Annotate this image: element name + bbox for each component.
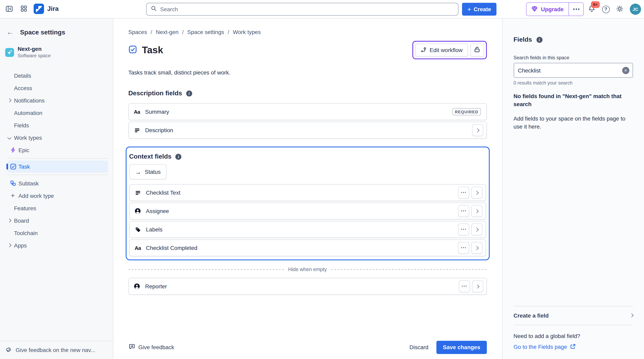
sidebar-item-label: Access [14, 85, 32, 91]
info-icon[interactable]: i [186, 90, 192, 96]
help-button[interactable]: ? [599, 3, 612, 16]
sidebar-item-board[interactable]: Board [0, 214, 113, 227]
give-feedback-button[interactable]: Give feedback [128, 343, 174, 351]
divider [514, 324, 633, 325]
plus-icon: + [467, 6, 471, 12]
back-button[interactable]: ← [5, 28, 15, 37]
chevron-right-icon [475, 246, 479, 250]
settings-button[interactable] [613, 3, 626, 16]
fields-panel-title: Fields [514, 36, 532, 43]
sidebar-item-automation[interactable]: Automation [0, 106, 113, 119]
go-to-fields-page-link[interactable]: Go to the Fields page [514, 344, 633, 350]
breadcrumb-spaces[interactable]: Spaces [128, 29, 147, 35]
fields-search-input[interactable] [518, 67, 619, 74]
field-row-assignee[interactable]: Assignee [129, 203, 486, 220]
sidebar-item-epic[interactable]: Epic [0, 144, 113, 156]
fields-search-box[interactable]: × [514, 63, 633, 78]
breadcrumb-space-settings[interactable]: Space settings [187, 29, 224, 35]
field-more-button[interactable] [458, 205, 469, 217]
field-row-checklist-text[interactable]: Checklist Text [129, 184, 486, 201]
expand-field-button[interactable] [472, 124, 483, 136]
sidebar-item-details[interactable]: Details [0, 69, 113, 82]
arrow-right-icon: → [135, 168, 141, 175]
save-changes-button[interactable]: Save changes [436, 340, 487, 354]
expand-field-button[interactable] [472, 280, 483, 292]
expand-field-button[interactable] [471, 242, 482, 254]
sidebar-item-task-selected[interactable]: Task [7, 160, 108, 172]
info-icon[interactable]: i [176, 154, 182, 160]
chevron-right-icon [7, 99, 12, 102]
field-row-summary[interactable]: Aa Summary REQUIRED [128, 103, 487, 120]
sidebar-item-label: Fields [14, 122, 29, 128]
breadcrumb-work-types[interactable]: Work types [233, 29, 261, 35]
sidebar-item-access[interactable]: Access [0, 82, 113, 94]
info-icon[interactable]: i [536, 37, 542, 43]
field-row-reporter[interactable]: Reporter [128, 278, 487, 295]
paragraph-icon [134, 127, 140, 133]
sidebar-item-fields[interactable]: Fields [0, 119, 113, 131]
field-label: Checklist Text [146, 190, 453, 196]
field-more-button[interactable] [458, 186, 469, 198]
status-field-button[interactable]: → Status [129, 164, 166, 180]
upgrade-more-button[interactable] [569, 3, 584, 16]
unlock-workflow-button[interactable] [470, 44, 484, 56]
field-label: Assignee [146, 208, 453, 214]
sidebar-item-notifications[interactable]: Notifications [0, 94, 113, 106]
upgrade-button-group: Upgrade [526, 2, 584, 16]
sidebar-item-label: Epic [18, 147, 29, 153]
field-more-button[interactable] [458, 242, 469, 254]
search-input[interactable] [160, 6, 454, 12]
expand-field-button[interactable] [471, 186, 482, 198]
sidebar-header: ← Space settings [0, 18, 113, 37]
selected-indicator-bar [6, 164, 8, 170]
app-switcher-button[interactable] [17, 3, 30, 16]
field-more-button[interactable] [459, 280, 470, 292]
clear-search-button[interactable]: × [622, 67, 629, 74]
fields-panel-footer: Create a field Need to add a global fiel… [514, 306, 633, 350]
notifications-button[interactable]: 9+ [585, 3, 598, 16]
jira-logo-icon [34, 4, 44, 14]
sidebar-feedback-button[interactable]: Give feedback on the new nav... [0, 340, 113, 359]
top-bar: Jira + Create Upgrade [0, 0, 644, 18]
sidebar-item-subtask[interactable]: Subtask [0, 177, 113, 190]
global-search[interactable] [146, 3, 458, 16]
sidebar-item-add-work-type[interactable]: + Add work type [0, 190, 113, 202]
sidebar-item-features[interactable]: Features [0, 202, 113, 214]
edit-workflow-button[interactable]: Edit workflow [415, 44, 468, 56]
sidebar-item-apps[interactable]: Apps [0, 239, 113, 252]
fields-panel: Fields i Search fields in this space × 0… [502, 18, 644, 359]
field-label: Labels [146, 226, 453, 233]
paragraph-icon [134, 190, 141, 196]
discard-button[interactable]: Discard [406, 341, 432, 353]
field-row-labels[interactable]: Labels [129, 221, 486, 238]
create-button[interactable]: + Create [462, 3, 496, 16]
sidebar-item-work-types[interactable]: Work types [0, 131, 113, 144]
expand-field-button[interactable] [471, 224, 482, 236]
jira-home-link[interactable]: Jira [34, 4, 59, 14]
expand-field-button[interactable] [471, 205, 482, 217]
jira-space-settings-page: Jira + Create Upgrade [0, 0, 644, 359]
sidebar-item-toolchain[interactable]: Toolchain [0, 227, 113, 239]
create-field-button[interactable]: Create a field [514, 306, 633, 324]
dashed-line [331, 269, 487, 270]
breadcrumb-next-gen[interactable]: Next-gen [156, 29, 178, 35]
collapse-sidebar-button[interactable] [3, 3, 16, 16]
field-row-description[interactable]: Description [128, 122, 487, 138]
breadcrumb-separator: / [150, 29, 152, 35]
context-fields-heading: Context fields i [129, 153, 486, 160]
field-row-checklist-completed[interactable]: Aa Checklist Completed [129, 240, 486, 256]
field-more-button[interactable] [458, 224, 469, 236]
upgrade-button[interactable]: Upgrade [526, 3, 568, 16]
user-avatar[interactable]: JC [630, 4, 641, 15]
task-checkbox-icon [10, 164, 16, 170]
sidebar-item-label: Board [14, 217, 29, 224]
no-fields-heading: No fields found in "Next-gen" match that… [514, 92, 633, 108]
sidebar-title: Space settings [20, 29, 65, 36]
create-button-label: Create [474, 6, 491, 12]
no-fields-body: Add fields to your space on the fields p… [514, 114, 633, 131]
more-dots-icon [463, 210, 464, 212]
feedback-bubble-icon [128, 343, 135, 351]
upgrade-label: Upgrade [541, 6, 564, 12]
chevron-right-icon [7, 219, 12, 222]
chevron-right-icon [475, 228, 479, 232]
